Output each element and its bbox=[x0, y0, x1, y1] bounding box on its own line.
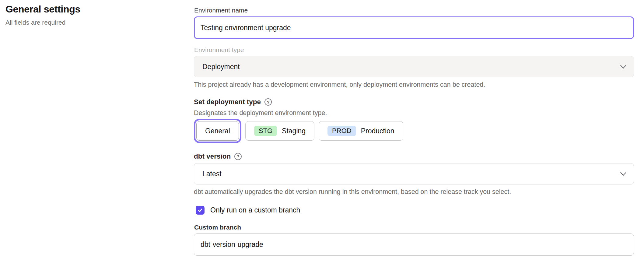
checkmark-icon bbox=[198, 208, 203, 213]
help-icon[interactable]: ? bbox=[234, 153, 242, 160]
production-badge: PROD bbox=[327, 126, 356, 136]
staging-badge: STG bbox=[254, 126, 277, 136]
custom-branch-toggle-row: Only run on a custom branch bbox=[194, 206, 634, 215]
custom-branch-checkbox[interactable] bbox=[196, 206, 205, 215]
page-subtitle: All fields are required bbox=[5, 19, 176, 26]
environment-settings-form: Environment name Environment type Deploy… bbox=[194, 7, 634, 256]
chevron-down-icon bbox=[620, 170, 626, 176]
dbt-version-select[interactable]: Latest bbox=[194, 163, 634, 184]
deployment-type-label-row: Set deployment type ? bbox=[194, 98, 634, 106]
help-icon[interactable]: ? bbox=[264, 98, 272, 106]
settings-header: General settings All fields are required bbox=[5, 4, 176, 26]
deployment-type-helper: Designates the deployment environment ty… bbox=[194, 109, 634, 117]
dbt-version-value: Latest bbox=[202, 170, 222, 178]
deployment-type-option-label: Production bbox=[361, 127, 394, 135]
deployment-type-option-label: General bbox=[205, 127, 230, 135]
custom-branch-toggle-label[interactable]: Only run on a custom branch bbox=[210, 206, 300, 214]
environment-type-select: Deployment bbox=[194, 56, 634, 77]
deployment-type-label: Set deployment type bbox=[194, 98, 261, 106]
dbt-version-helper: dbt automatically upgrades the dbt versi… bbox=[194, 188, 634, 196]
deployment-type-option-general[interactable]: General bbox=[196, 121, 239, 141]
field-environment-name: Environment name bbox=[194, 7, 634, 39]
dbt-version-label: dbt version bbox=[194, 152, 231, 161]
environment-type-label: Environment type bbox=[194, 46, 634, 54]
field-environment-type: Environment type Deployment This project… bbox=[194, 46, 634, 89]
field-deployment-type: Set deployment type ? Designates the dep… bbox=[194, 98, 634, 143]
custom-branch-input[interactable] bbox=[194, 233, 634, 256]
deployment-type-option-label: Staging bbox=[282, 127, 306, 135]
chevron-down-icon bbox=[620, 62, 626, 68]
environment-type-helper: This project already has a development e… bbox=[194, 81, 634, 89]
field-custom-branch: Custom branch bbox=[194, 224, 634, 256]
deployment-type-options: General STG Staging PROD Production bbox=[194, 119, 634, 143]
page-title: General settings bbox=[5, 4, 176, 15]
field-dbt-version: dbt version ? Latest dbt automatically u… bbox=[194, 152, 634, 196]
deployment-type-option-staging[interactable]: STG Staging bbox=[245, 121, 314, 141]
environment-name-label: Environment name bbox=[194, 7, 634, 14]
deployment-type-option-production[interactable]: PROD Production bbox=[319, 121, 403, 141]
custom-branch-label: Custom branch bbox=[194, 224, 634, 231]
dbt-version-label-row: dbt version ? bbox=[194, 152, 634, 161]
environment-type-value: Deployment bbox=[202, 63, 240, 71]
environment-name-input[interactable] bbox=[194, 16, 634, 39]
